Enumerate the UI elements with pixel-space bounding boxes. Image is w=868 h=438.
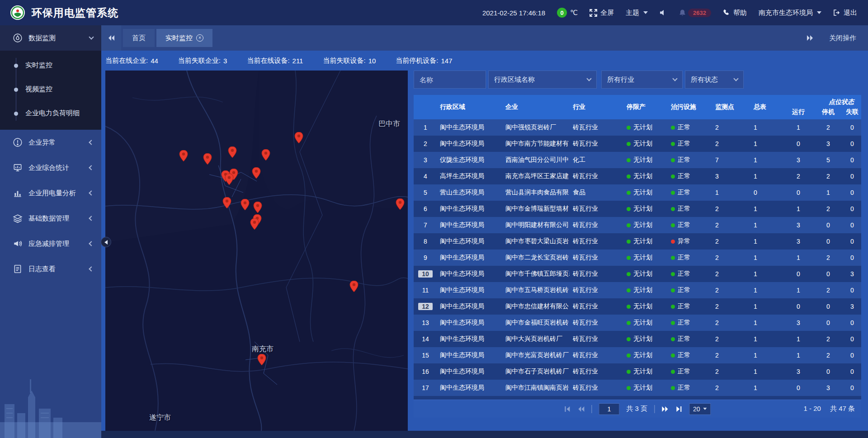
map-pin[interactable] xyxy=(261,149,270,161)
cell-region: 营山生态环境局 xyxy=(437,188,504,197)
cell-region: 阆中生态环境局 xyxy=(437,205,504,213)
cell-total-meters: 1 xyxy=(750,287,783,294)
prev-page-button[interactable] xyxy=(577,406,585,412)
table-row[interactable]: 2 阆中生态环境局 阆中市南方节能建材有 砖瓦行业 无计划 正常 2 1 0 xyxy=(414,136,861,152)
tab-scroll-left-button[interactable] xyxy=(101,25,121,51)
data-monitor-icon xyxy=(13,33,23,43)
cell-total-meters: 1 xyxy=(750,319,783,326)
status-dot-green xyxy=(627,207,631,211)
sidebar-item-power-analysis[interactable]: 企业用电量分析 xyxy=(0,180,101,206)
cell-running: 3 xyxy=(783,368,813,375)
chevron-left-icon xyxy=(89,190,94,195)
map-pin[interactable] xyxy=(225,174,234,185)
table-row[interactable]: 9 阆中生态环境局 阆中市二龙长宝页岩砖 砖瓦行业 无计划 正常 2 1 1 xyxy=(414,250,861,266)
close-operations-button[interactable]: 关闭操作 xyxy=(829,34,856,42)
status-dot xyxy=(671,305,675,309)
cell-industry: 砖瓦行业 xyxy=(570,367,621,376)
cell-company: 阆中市五马桥页岩机砖 xyxy=(504,286,570,294)
table-row[interactable]: 16 阆中生态环境局 阆中市石子页岩机砖厂 砖瓦行业 无计划 正常 2 1 3 xyxy=(414,363,861,380)
map-pin[interactable] xyxy=(241,199,250,211)
tab-home[interactable]: 首页 xyxy=(123,29,155,47)
table-row[interactable]: 5 营山生态环境局 营山县润丰肉食品有限 食品 无计划 正常 1 0 0 xyxy=(414,184,861,201)
status-dot xyxy=(671,240,675,244)
sidebar-item-enterprise-abnormal[interactable]: 企业异常 xyxy=(0,130,101,155)
table-row[interactable]: 7 阆中生态环境局 阆中明阳建材有限公司 砖瓦行业 无计划 正常 2 1 3 xyxy=(414,217,861,233)
sidebar-item-data-monitoring[interactable]: 数据监测 xyxy=(0,25,101,51)
table-row[interactable]: 11 阆中生态环境局 阆中市五马桥页岩机砖 砖瓦行业 无计划 正常 2 1 1 xyxy=(414,282,861,298)
name-filter-input[interactable] xyxy=(414,71,486,89)
cell-running: 1 xyxy=(783,352,813,359)
map-pin[interactable] xyxy=(222,197,231,209)
cell-company: 阆中市金博瑞新型墙材 xyxy=(504,205,570,213)
map-collapse-button[interactable] xyxy=(101,237,111,247)
cell-running: 1 xyxy=(783,335,813,343)
map-pin[interactable] xyxy=(253,202,262,213)
chevron-down-icon xyxy=(817,11,821,14)
last-page-button[interactable] xyxy=(675,406,682,412)
page-size-select[interactable]: 20 xyxy=(689,403,711,415)
status-filter-select[interactable]: 所有状态 xyxy=(685,71,744,89)
tab-scroll-right-button[interactable] xyxy=(807,35,814,41)
map-pin[interactable] xyxy=(294,132,303,144)
cell-stopped: 2 xyxy=(813,287,843,294)
table-row[interactable]: 13 阆中生态环境局 阆中市金福旺页岩机砖 砖瓦行业 无计划 正常 2 1 3 xyxy=(414,315,861,331)
table-row[interactable]: 12 阆中生态环境局 阆中市忠信建材有限公 砖瓦行业 无计划 正常 2 1 0 xyxy=(414,298,861,315)
cell-industry: 砖瓦行业 xyxy=(570,123,621,132)
cell-pollution-facility: 正常 xyxy=(670,319,712,327)
help-button[interactable]: 帮助 xyxy=(723,9,747,17)
fullscreen-button[interactable]: 全屏 xyxy=(590,9,614,17)
map-pin[interactable] xyxy=(179,150,188,162)
map-pin[interactable] xyxy=(228,146,237,158)
map-pin[interactable] xyxy=(250,218,259,230)
cell-limit-production: 无计划 xyxy=(621,384,670,392)
table-row[interactable]: 15 阆中生态环境局 阆中市光富页岩机砖厂 砖瓦行业 无计划 正常 2 1 1 xyxy=(414,347,861,363)
region-filter-select[interactable]: 行政区域名称 xyxy=(488,71,597,89)
map[interactable]: 巴中市 南充市 遂宁市 xyxy=(105,71,408,431)
cell-lost: 0 xyxy=(843,352,861,359)
map-pin[interactable] xyxy=(203,153,212,165)
notifications-button[interactable]: 2632 xyxy=(679,9,711,17)
tab-realtime-monitor[interactable]: 实时监控 × xyxy=(156,29,212,47)
table-row[interactable]: 4 高坪生态环境局 南充市高坪区王家店建 砖瓦行业 无计划 正常 3 1 2 xyxy=(414,168,861,184)
cell-lost: 0 xyxy=(843,384,861,391)
table-row[interactable]: 10 阆中生态环境局 阆中市千佛镇五郎垭页岩 砖瓦行业 无计划 正常 2 1 0 xyxy=(414,266,861,282)
sidebar-item-enterprise-statistics[interactable]: 企业综合统计 xyxy=(0,155,101,180)
cell-lost: 0 xyxy=(843,140,861,147)
cell-limit-production: 无计划 xyxy=(621,205,670,213)
map-pin[interactable] xyxy=(349,281,359,292)
cell-monitor-points: 2 xyxy=(712,352,750,359)
table-row[interactable]: 17 阆中生态环境局 阆中市江南镇阆南页岩 砖瓦行业 无计划 正常 2 1 0 xyxy=(414,380,861,396)
sidebar-item-power-load-detail[interactable]: 企业电力负荷明细 xyxy=(0,101,101,125)
page-number-input[interactable] xyxy=(599,403,619,415)
logout-button[interactable]: 退出 xyxy=(833,9,857,17)
sidebar-item-base-data[interactable]: 基础数据管理 xyxy=(0,206,101,231)
table-row[interactable]: 8 阆中生态环境局 阆中市枣碧大梁山页岩 砖瓦行业 无计划 异常 2 1 3 xyxy=(414,233,861,250)
first-page-button[interactable] xyxy=(564,406,571,412)
table-row[interactable]: 14 阆中生态环境局 阆中大兴页岩机砖厂 砖瓦行业 无计划 正常 2 1 1 xyxy=(414,331,861,347)
map-pin[interactable] xyxy=(252,167,261,179)
mute-button[interactable] xyxy=(660,9,667,16)
industry-filter-select[interactable]: 所有行业 xyxy=(601,71,683,89)
logout-icon xyxy=(833,9,840,16)
theme-dropdown[interactable]: 主题 xyxy=(626,9,648,17)
sidebar-item-emergency-reduction[interactable]: 应急减排管理 xyxy=(0,231,101,256)
app-logo-icon xyxy=(10,5,25,20)
tab-close-icon[interactable]: × xyxy=(196,34,203,42)
status-dot-green xyxy=(627,288,631,292)
map-pin[interactable] xyxy=(396,198,405,210)
cell-region: 阆中生态环境局 xyxy=(437,221,504,229)
sidebar-item-log-view[interactable]: 日志查看 xyxy=(0,256,101,282)
cell-lost: 0 xyxy=(843,221,861,229)
table-row[interactable]: 6 阆中生态环境局 阆中市金博瑞新型墙材 砖瓦行业 无计划 正常 2 1 1 xyxy=(414,201,861,217)
record-range: 1 - 20 xyxy=(804,405,821,413)
table-row[interactable]: 3 仪陇生态环境局 西南油气田分公司川中 化工 无计划 正常 7 1 3 xyxy=(414,152,861,168)
table-row[interactable]: 1 阆中生态环境局 阆中强锐页岩砖厂 砖瓦行业 无计划 正常 2 1 1 xyxy=(414,119,861,136)
sidebar-item-realtime-monitor[interactable]: 实时监控 xyxy=(0,53,101,77)
chevron-down-icon xyxy=(733,76,738,81)
next-page-button[interactable] xyxy=(661,406,669,412)
map-pin[interactable] xyxy=(257,354,266,366)
table-row[interactable]: 18 南部生态环境局 南部县建兴镇太洪页岩 砖瓦行业 无计划 正常 2 1 0 xyxy=(414,396,861,400)
user-menu[interactable]: 南充市生态环境局 xyxy=(759,9,821,17)
sidebar-item-video-monitor[interactable]: 视频监控 xyxy=(0,77,101,101)
cell-limit-production: 无计划 xyxy=(621,156,670,164)
